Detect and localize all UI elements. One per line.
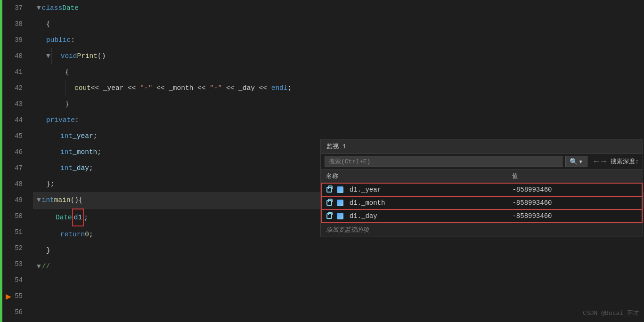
code-line-47: private: [33, 112, 644, 128]
col-value-header: 值 [507, 169, 642, 183]
watch-row-month-name: d1._month [321, 196, 507, 209]
watch-row-year-value: -858993460 [507, 183, 642, 196]
watermark: CSDN @Bucai_不才 [583, 309, 639, 317]
watch-row-day[interactable]: d1._day -858993460 [321, 209, 642, 223]
watch-row-month-value: -858993460 [507, 196, 642, 209]
code-line-42: ▼void Print() [33, 48, 644, 64]
add-watch-label: 添加要监视的项 [321, 223, 642, 237]
var-icon-month [337, 200, 343, 206]
search-button[interactable]: 🔍 ▼ [565, 156, 587, 167]
watch-row-day-value: -858993460 [507, 209, 642, 223]
code-line-38: ▼class Date [33, 0, 644, 16]
dropdown-arrow: ▼ [579, 159, 583, 164]
nav-arrows: ← → 搜索深度: [594, 157, 639, 166]
search-icon: 🔍 [570, 158, 578, 165]
code-line-39: { [33, 16, 644, 32]
line-numbers: 37 38 39 40 41 42 43 44 45 46 47 48 49 5… [2, 0, 28, 322]
var-icon-day [337, 213, 343, 219]
lock-icon-day [326, 213, 332, 219]
code-line-40: public: [33, 32, 644, 48]
watch-row-day-name: d1._day [321, 209, 507, 223]
watch-panel: 监视 1 搜索(Ctrl+E) 🔍 ▼ ← → 搜索深度: 名称 值 [320, 139, 643, 237]
watch-row-year[interactable]: d1._year -858993460 [321, 183, 642, 196]
watch-row-month[interactable]: d1._month -858993460 [321, 196, 642, 209]
search-depth-label: 搜索深度: [611, 157, 639, 166]
watch-add-item-row[interactable]: 添加要监视的项 [321, 223, 642, 237]
lock-icon-year [326, 187, 332, 193]
lock-icon-month [326, 200, 332, 206]
watch-row-year-name: d1._year [321, 183, 507, 196]
code-line-57: ▼// [33, 258, 644, 274]
debug-arrow: ▶ [1, 288, 16, 304]
watch-panel-title: 监视 1 [321, 139, 643, 154]
nav-forward-arrow[interactable]: → [601, 157, 606, 166]
nav-back-arrow[interactable]: ← [594, 157, 599, 166]
code-line-56: } [33, 242, 644, 258]
var-icon-year [337, 186, 343, 193]
code-line-45: } [33, 96, 644, 112]
col-name-header: 名称 [321, 169, 507, 183]
code-line-43: { [33, 64, 644, 80]
watch-table: 名称 值 d1._year -858993460 d1._month -85 [321, 169, 643, 237]
watch-search-bar[interactable]: 搜索(Ctrl+E) 🔍 ▼ ← → 搜索深度: [321, 154, 643, 169]
code-line-44: cout << _year << "-" << _month << "-" <<… [33, 80, 644, 96]
search-placeholder: 搜索(Ctrl+E) [329, 157, 370, 166]
search-input-area[interactable]: 搜索(Ctrl+E) [325, 156, 562, 167]
